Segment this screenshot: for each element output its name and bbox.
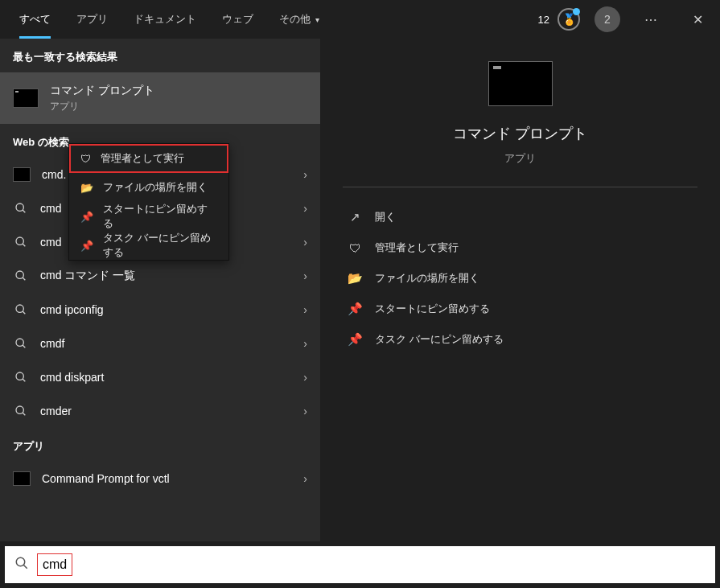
search-icon	[13, 269, 29, 282]
result-label: cmd コマンド 一覧	[40, 269, 135, 283]
search-icon	[13, 405, 29, 417]
search-input[interactable]: cmd	[37, 553, 72, 576]
search-icon	[13, 202, 29, 215]
command-prompt-icon	[488, 61, 553, 106]
result-cmder[interactable]: cmder ›	[0, 394, 320, 428]
tab-other-label: その他	[279, 12, 311, 27]
svg-line-11	[23, 379, 25, 381]
action-run-admin[interactable]: 🛡管理者として実行	[343, 232, 697, 263]
action-label: ファイルの場所を開く	[375, 271, 479, 286]
open-icon: ↗	[348, 210, 362, 224]
chevron-right-icon: ›	[303, 202, 307, 215]
pin-icon: 📌	[348, 332, 362, 347]
svg-point-6	[16, 305, 23, 312]
preview-icon-wrap	[343, 55, 697, 106]
chevron-down-icon: ▾	[315, 15, 319, 24]
context-pin-taskbar[interactable]: 📌 タスク バーにピン留めする	[69, 231, 228, 260]
action-label: スタートにピン留めする	[375, 302, 490, 316]
command-prompt-icon	[13, 88, 39, 108]
result-label: cmd diskpart	[40, 371, 104, 384]
search-icon	[13, 371, 29, 384]
action-open[interactable]: ↗開く	[343, 202, 697, 232]
preview-title: コマンド プロンプト	[343, 124, 697, 143]
svg-point-4	[16, 271, 23, 278]
svg-point-10	[16, 372, 23, 380]
svg-line-13	[23, 413, 25, 415]
tab-apps[interactable]: アプリ	[64, 0, 121, 39]
tab-all[interactable]: すべて	[6, 0, 64, 39]
svg-point-12	[16, 406, 23, 413]
action-pin-taskbar[interactable]: 📌タスク バーにピン留めする	[343, 324, 697, 355]
apps-header: アプリ	[0, 428, 320, 462]
search-icon	[14, 556, 29, 574]
preview-panel: コマンド プロンプト アプリ ↗開く 🛡管理者として実行 📂ファイルの場所を開く…	[320, 39, 720, 541]
context-label: 管理者として実行	[101, 151, 184, 166]
folder-icon: 📂	[80, 182, 93, 194]
context-label: ファイルの場所を開く	[103, 180, 208, 195]
terminal-icon	[13, 471, 31, 486]
top-right: 12 🏅 2 ⋯ ✕	[538, 3, 714, 35]
folder-icon: 📂	[348, 271, 362, 286]
chevron-right-icon: ›	[303, 303, 307, 316]
reward-count: 12	[538, 14, 549, 26]
result-label: cmder	[40, 405, 72, 417]
rewards-icon[interactable]: 🏅	[557, 8, 580, 31]
close-button[interactable]: ✕	[681, 3, 714, 35]
result-cmd-ipconfig[interactable]: cmd ipconfig ›	[0, 293, 320, 327]
svg-point-8	[16, 339, 23, 346]
more-button[interactable]: ⋯	[635, 3, 667, 35]
results-panel: 最も一致する検索結果 コマンド プロンプト アプリ Web の検索 cmd. ›…	[0, 39, 320, 541]
svg-line-3	[23, 244, 25, 246]
tab-documents[interactable]: ドキュメント	[121, 0, 209, 39]
action-open-location[interactable]: 📂ファイルの場所を開く	[343, 263, 697, 294]
best-match-header: 最も一致する検索結果	[0, 39, 320, 72]
best-match-text: コマンド プロンプト アプリ	[50, 84, 154, 113]
svg-point-0	[16, 204, 23, 211]
result-cmd-diskpart[interactable]: cmd diskpart ›	[0, 360, 320, 394]
chevron-right-icon: ›	[303, 337, 307, 350]
result-label: cmd ipconfig	[40, 303, 104, 316]
result-cmd-list[interactable]: cmd コマンド 一覧 ›	[0, 259, 320, 293]
top-bar: すべて アプリ ドキュメント ウェブ その他▾ 12 🏅 2 ⋯ ✕	[0, 0, 720, 39]
svg-line-5	[23, 278, 25, 280]
chevron-right-icon: ›	[303, 168, 307, 181]
chevron-right-icon: ›	[303, 472, 307, 485]
pin-icon: 📌	[80, 240, 93, 252]
shield-icon: 🛡	[80, 153, 91, 165]
pin-icon: 📌	[80, 211, 93, 223]
tab-web[interactable]: ウェブ	[209, 0, 266, 39]
context-pin-start[interactable]: 📌 スタートにピン留めする	[69, 202, 228, 231]
pin-icon: 📌	[348, 302, 362, 316]
tab-other[interactable]: その他▾	[266, 0, 332, 39]
context-run-admin[interactable]: 🛡 管理者として実行	[69, 144, 228, 173]
preview-subtitle: アプリ	[343, 151, 697, 166]
context-label: タスク バーにピン留めする	[103, 231, 217, 260]
chevron-right-icon: ›	[303, 405, 307, 417]
svg-point-14	[16, 557, 25, 566]
svg-line-9	[23, 345, 25, 347]
result-label: cmd	[40, 236, 61, 249]
context-open-location[interactable]: 📂 ファイルの場所を開く	[69, 173, 228, 202]
svg-line-15	[23, 565, 27, 569]
result-cmdf[interactable]: cmdf ›	[0, 327, 320, 360]
main: 最も一致する検索結果 コマンド プロンプト アプリ Web の検索 cmd. ›…	[0, 39, 720, 541]
context-label: スタートにピン留めする	[103, 202, 217, 231]
divider	[343, 187, 697, 187]
chevron-right-icon: ›	[303, 269, 307, 282]
search-bar[interactable]: cmd	[5, 546, 715, 583]
result-label: cmdf	[40, 337, 64, 350]
user-avatar[interactable]: 2	[595, 6, 620, 32]
svg-line-1	[23, 210, 25, 212]
terminal-icon	[13, 167, 31, 182]
result-label: Command Prompt for vctl	[42, 472, 170, 485]
shield-icon: 🛡	[348, 241, 362, 255]
action-label: 開く	[375, 210, 396, 224]
search-icon	[13, 303, 29, 316]
context-menu: 🛡 管理者として実行 📂 ファイルの場所を開く 📌 スタートにピン留めする 📌 …	[68, 143, 229, 261]
result-label: cmd	[40, 202, 61, 215]
best-match-title: コマンド プロンプト	[50, 84, 154, 98]
action-pin-start[interactable]: 📌スタートにピン留めする	[343, 294, 697, 324]
best-match-item[interactable]: コマンド プロンプト アプリ	[0, 72, 320, 124]
result-vctl[interactable]: Command Prompt for vctl ›	[0, 462, 320, 495]
tabs: すべて アプリ ドキュメント ウェブ その他▾	[6, 0, 332, 39]
